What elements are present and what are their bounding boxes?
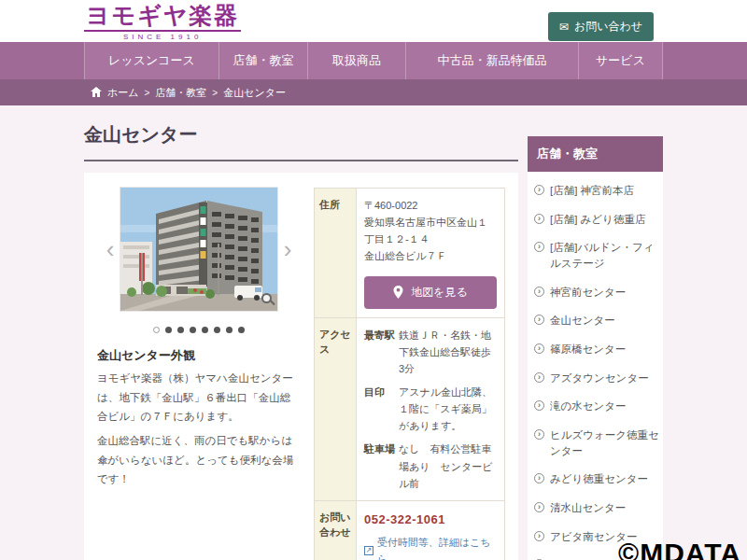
- sidebar-item[interactable]: ›神宮前センター: [528, 278, 663, 307]
- access-label: アクセス: [315, 318, 357, 500]
- circle-arrow-icon: ›: [534, 502, 544, 512]
- center-description: ヨモギヤ楽器（株）ヤマハ金山センターは、地下鉄「金山駅」６番出口「金山総合ビル」…: [97, 369, 301, 489]
- watermark: ©MDATA: [618, 538, 741, 560]
- circle-arrow-icon: ›: [534, 242, 544, 252]
- sidebar-item-label: [店舗]バルドン・フィルステージ: [550, 240, 659, 271]
- breadcrumb-current: 金山センター: [223, 86, 286, 100]
- breadcrumb-separator: >: [212, 88, 218, 98]
- circle-arrow-icon: ›: [534, 372, 544, 383]
- breadcrumb-home[interactable]: ホーム: [107, 86, 139, 100]
- nav-item[interactable]: サービス: [579, 42, 663, 79]
- carousel-prev-button[interactable]: ‹: [103, 237, 118, 261]
- nav-item[interactable]: 取扱商品: [308, 42, 406, 79]
- contact-detail-label: 受付時間等、詳細はこちら: [377, 534, 497, 560]
- logo-title: ヨモギヤ楽器: [84, 3, 241, 32]
- nav-item[interactable]: レッスンコース: [84, 42, 219, 79]
- breadcrumb-separator: >: [145, 88, 150, 98]
- sidebar-item[interactable]: ›ヒルズウォーク徳重センター: [528, 421, 663, 465]
- nav-item[interactable]: 中古品・新品特価品: [406, 42, 579, 79]
- building-illustration: [120, 188, 277, 311]
- header-contact-label: お問い合わせ: [574, 19, 642, 35]
- access-sub-label: 目印: [364, 384, 399, 434]
- carousel-next-button[interactable]: ›: [280, 237, 295, 261]
- address-lines: 〒460-0022愛知県名古屋市中区金山１丁目１２-１４金山総合ビル７Ｆ: [364, 197, 497, 265]
- view-map-button[interactable]: 地図を見る: [364, 276, 497, 309]
- circle-arrow-icon: ›: [534, 315, 544, 325]
- address-line: 〒460-0022: [364, 197, 497, 214]
- sidebar-item[interactable]: ›滝の水センター: [528, 392, 663, 421]
- carousel-column: ‹: [97, 188, 301, 560]
- sidebar-item[interactable]: ›アズタウンセンター: [528, 364, 663, 393]
- sidebar-item-label: 滝の水センター: [550, 399, 627, 414]
- description-paragraph: 金山総合駅に近く、雨の日でも駅からは傘がいらないほど。とっても便利な会場です！: [97, 431, 301, 489]
- circle-arrow-icon: ›: [534, 400, 544, 411]
- circle-arrow-icon: ›: [534, 531, 544, 541]
- address-line: 金山総合ビル７Ｆ: [364, 247, 497, 264]
- info-table: 住所 〒460-0022愛知県名古屋市中区金山１丁目１２-１４金山総合ビル７Ｆ …: [314, 188, 505, 560]
- photo-carousel: ‹: [97, 188, 301, 311]
- carousel-dot[interactable]: [165, 327, 172, 333]
- address-label: 住所: [315, 189, 357, 317]
- contact-row: お問い合わせ 052-322-1061 ↗ 受付時間等、詳細はこちら: [315, 501, 504, 560]
- sidebar-item[interactable]: ›みどり徳重センター: [528, 465, 663, 494]
- sidebar-item-label: 金山センター: [550, 313, 615, 329]
- page: ヨモギヤ楽器 SINCE 1910 ✉ お問い合わせ レッスンコース店舗・教室取…: [0, 0, 747, 560]
- access-sub-value: なし 有料公営駐車場あり センタービル前: [399, 441, 497, 491]
- map-pin-icon: [393, 286, 403, 299]
- address-row: 住所 〒460-0022愛知県名古屋市中区金山１丁目１２-１４金山総合ビル７Ｆ …: [315, 189, 504, 318]
- sidebar-list: ›[店舗] 神宮前本店›[店舗] みどり徳重店›[店舗]バルドン・フィルステージ…: [528, 172, 663, 560]
- breadcrumb-shops[interactable]: 店舗・教室: [155, 86, 206, 100]
- sidebar-item[interactable]: ›[店舗] みどり徳重店: [528, 205, 663, 234]
- contact-label: お問い合わせ: [315, 501, 357, 560]
- sidebar-item-label: みどり徳重センター: [550, 471, 648, 487]
- sidebar-item[interactable]: ›金山センター: [528, 306, 663, 335]
- page-title: 金山センター: [84, 122, 518, 161]
- circle-arrow-icon: ›: [534, 214, 544, 224]
- sidebar-item-label: 篠原橋センター: [550, 342, 626, 357]
- carousel-dot[interactable]: [238, 327, 245, 333]
- circle-arrow-icon: ›: [534, 185, 544, 195]
- site-header: ヨモギヤ楽器 SINCE 1910 ✉ お問い合わせ: [0, 0, 747, 42]
- carousel-dot[interactable]: [202, 327, 208, 333]
- address-line: 愛知県名古屋市中区金山１丁目１２-１４: [364, 214, 497, 247]
- sidebar-item[interactable]: ›[店舗] 神宮前本店: [528, 176, 663, 205]
- sidebar-item-label: [店舗] みどり徳重店: [550, 212, 645, 228]
- sidebar-item[interactable]: ›[店舗]バルドン・フィルステージ: [528, 233, 663, 277]
- building-photo[interactable]: [120, 188, 277, 311]
- access-sub-row: 目印アスナル金山北隣、１階に「スギ薬局」があります。: [364, 384, 497, 434]
- access-row: アクセス 最寄駅鉄道ＪＲ・名鉄・地下鉄金山総合駅徒歩3分目印アスナル金山北隣、１…: [315, 318, 504, 501]
- carousel-dot[interactable]: [226, 327, 233, 333]
- carousel-dot[interactable]: [190, 327, 196, 333]
- logo-subtitle: SINCE 1910: [84, 33, 241, 41]
- site-logo[interactable]: ヨモギヤ楽器 SINCE 1910: [84, 3, 241, 41]
- access-sub-label: 最寄駅: [364, 327, 399, 377]
- carousel-dot[interactable]: [177, 327, 184, 333]
- access-sub-row: 最寄駅鉄道ＪＲ・名鉄・地下鉄金山総合駅徒歩3分: [364, 327, 497, 377]
- center-info-card: ‹: [84, 173, 518, 560]
- content-area: 金山センター ‹: [0, 122, 747, 560]
- sidebar: 店舗・教室 ›[店舗] 神宮前本店›[店舗] みどり徳重店›[店舗]バルドン・フ…: [528, 136, 663, 560]
- access-sub-row: 駐車場なし 有料公営駐車場あり センタービル前: [364, 441, 497, 491]
- zoom-icon[interactable]: [261, 293, 272, 303]
- contact-detail-link[interactable]: ↗ 受付時間等、詳細はこちら: [364, 534, 497, 560]
- sidebar-item-label: ヒルズウォーク徳重センター: [550, 427, 659, 458]
- circle-arrow-icon: ›: [534, 343, 544, 354]
- circle-arrow-icon: ›: [534, 287, 544, 297]
- nav-item[interactable]: 店舗・教室: [219, 42, 308, 79]
- sidebar-item[interactable]: ›清水山センター: [528, 494, 663, 523]
- sidebar-item-label: 清水山センター: [550, 500, 626, 516]
- carousel-dot[interactable]: [153, 327, 160, 333]
- contact-phone-number: 052-322-1061: [364, 510, 497, 529]
- access-rows: 最寄駅鉄道ＪＲ・名鉄・地下鉄金山総合駅徒歩3分目印アスナル金山北隣、１階に「スギ…: [357, 318, 504, 500]
- header-contact-button[interactable]: ✉ お問い合わせ: [548, 12, 654, 41]
- nav-menu: レッスンコース店舗・教室取扱商品中古品・新品特価品サービス: [84, 42, 663, 79]
- info-column: 住所 〒460-0022愛知県名古屋市中区金山１丁目１２-１４金山総合ビル７Ｆ …: [314, 188, 505, 560]
- contact-value: 052-322-1061 ↗ 受付時間等、詳細はこちら: [357, 501, 504, 560]
- description-paragraph: ヨモギヤ楽器（株）ヤマハ金山センターは、地下鉄「金山駅」６番出口「金山総合ビル」…: [97, 369, 301, 427]
- carousel-dot[interactable]: [214, 327, 220, 333]
- access-sub-label: 駐車場: [364, 441, 399, 491]
- photo-caption: 金山センター外観: [97, 347, 301, 364]
- carousel-dots: [97, 321, 301, 336]
- access-sub-value: 鉄道ＪＲ・名鉄・地下鉄金山総合駅徒歩3分: [399, 327, 497, 377]
- sidebar-item[interactable]: ›篠原橋センター: [528, 335, 663, 364]
